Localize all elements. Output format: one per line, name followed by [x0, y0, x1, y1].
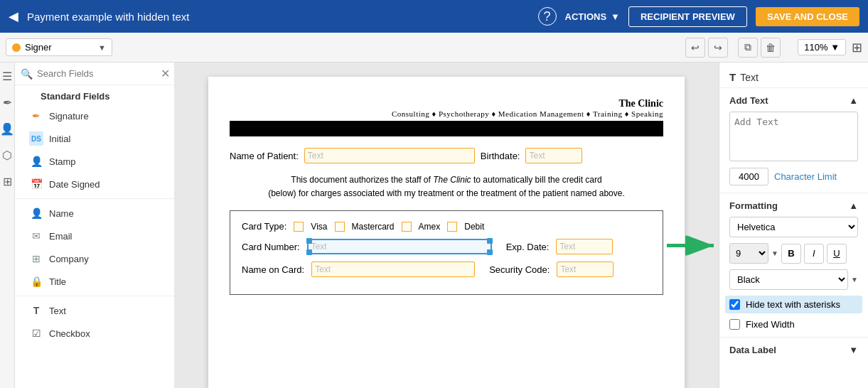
side-fields-icon[interactable]: ☰: [2, 70, 12, 83]
side-sign-icon[interactable]: ✒: [3, 96, 12, 109]
color-arrow-icon: ▼: [851, 276, 858, 284]
green-arrow: [665, 236, 719, 258]
zoom-selector[interactable]: 110% ▼: [798, 39, 846, 55]
main-layout: ☰ ✒ 👤 ⬡ ⊞ 🔍 ✕ Standard Fields ✒ Signatur…: [0, 63, 868, 388]
card-type-label: Card Type:: [242, 221, 286, 232]
color-selector[interactable]: BlackRedBlueGreen: [729, 269, 848, 290]
card-box: Card Type: Visa Mastercard Amex Debit Ca…: [230, 210, 663, 295]
char-limit-input[interactable]: [729, 168, 768, 185]
char-limit-row: Character Limit: [729, 168, 858, 185]
authorization-text: This document authorizes the staff of Th…: [230, 173, 663, 200]
amex-label: Amex: [419, 222, 441, 232]
right-panel: T Text Add Text ▲ Character Limit Format…: [719, 63, 868, 388]
bold-button[interactable]: B: [781, 244, 801, 264]
field-text[interactable]: T Text: [15, 299, 176, 322]
document-area: The Clinic Consulting ♦ Psychotherapy ♦ …: [174, 63, 719, 388]
redo-button[interactable]: ↪: [708, 38, 728, 58]
card-type-row: Card Type: Visa Mastercard Amex Debit: [242, 221, 651, 232]
font-size-arrow-icon: ▼: [771, 249, 778, 257]
signer-chevron-icon: ▼: [98, 43, 106, 52]
fixed-width-label: Fixed Width: [746, 319, 795, 330]
birthdate-field[interactable]: Text: [525, 148, 582, 163]
field-checkbox[interactable]: ☑ Checkbox: [15, 322, 176, 345]
font-selector[interactable]: Helvetica Arial Times New Roman: [729, 217, 858, 237]
help-button[interactable]: ?: [538, 7, 557, 26]
clinic-bar: [230, 121, 663, 136]
exp-date-field[interactable]: Text: [556, 239, 613, 254]
field-email[interactable]: ✉ Email: [15, 225, 176, 247]
fields-list: Standard Fields ✒ Signature DS Initial 👤…: [15, 85, 176, 388]
field-name[interactable]: 👤 Name: [15, 202, 176, 225]
text-type-icon: T: [729, 71, 736, 83]
font-style-row: 9101214 ▼ B I U: [729, 243, 858, 264]
add-text-collapse-icon[interactable]: ▲: [849, 95, 858, 106]
company-label: Company: [49, 254, 89, 264]
formatting-collapse-icon[interactable]: ▲: [849, 200, 858, 211]
title-icon: 🔒: [29, 274, 43, 289]
patient-name-field[interactable]: Text: [304, 148, 475, 163]
actions-button[interactable]: ACTIONS ▼: [565, 11, 620, 22]
field-company[interactable]: ⊞ Company: [15, 247, 176, 270]
patient-row: Name of Patient: Text Birthdate: Text: [230, 148, 663, 163]
hide-text-row: Hide text with asterisks: [725, 296, 862, 313]
copy-button[interactable]: ⧉: [738, 38, 758, 58]
back-button[interactable]: ◀: [9, 9, 18, 24]
title-label: Title: [49, 276, 66, 287]
field-signature[interactable]: ✒ Signature: [15, 104, 176, 127]
visa-checkbox-icon: [294, 222, 304, 232]
date-signed-icon: 📅: [29, 177, 43, 191]
mastercard-checkbox-icon: [335, 222, 345, 232]
signature-label: Signature: [49, 111, 89, 122]
font-size-selector[interactable]: 9101214: [729, 243, 768, 264]
data-label-title: Data Label ▼: [729, 345, 858, 355]
name-label: Name: [49, 208, 74, 219]
side-stamp-icon[interactable]: ⬡: [2, 149, 12, 162]
undo-button[interactable]: ↩: [685, 38, 705, 58]
search-input[interactable]: [37, 68, 156, 79]
right-panel-title: Text: [740, 72, 759, 83]
right-panel-header: T Text: [719, 63, 868, 88]
side-person-icon[interactable]: 👤: [0, 122, 14, 136]
field-title[interactable]: 🔒 Title: [15, 270, 176, 293]
patient-label: Name of Patient:: [230, 151, 299, 161]
signature-icon: ✒: [29, 109, 43, 123]
italic-button[interactable]: I: [804, 244, 824, 264]
text-icon: T: [29, 303, 43, 318]
name-on-card-row: Name on Card: Text Security Code: Text: [242, 262, 651, 277]
stamp-label: Stamp: [49, 156, 76, 167]
stamp-icon: 👤: [29, 154, 43, 168]
document-title: Payment example with hidden text: [27, 11, 530, 23]
field-stamp[interactable]: 👤 Stamp: [15, 150, 176, 173]
fixed-width-checkbox[interactable]: [729, 319, 740, 330]
text-label: Text: [49, 306, 66, 316]
save-close-button[interactable]: SAVE AND CLOSE: [756, 7, 859, 26]
signer-selector[interactable]: Signer ▼: [6, 38, 112, 56]
side-pages-icon[interactable]: ⊞: [3, 175, 12, 188]
date-signed-label: Date Signed: [49, 179, 100, 190]
delete-button[interactable]: 🗑: [761, 38, 781, 58]
recipient-preview-button[interactable]: RECIPIENT PREVIEW: [628, 6, 747, 27]
name-on-card-field[interactable]: Text: [311, 262, 475, 277]
card-number-field[interactable]: Text: [307, 239, 492, 254]
card-number-label: Card Number:: [242, 242, 300, 252]
field-date-signed[interactable]: 📅 Date Signed: [15, 173, 176, 195]
visa-label: Visa: [311, 222, 327, 232]
zoom-arrow-icon: ▼: [830, 42, 840, 53]
security-code-field[interactable]: Text: [557, 262, 614, 277]
security-code-label: Security Code:: [489, 264, 550, 275]
left-panel-wrap: ☰ ✒ 👤 ⬡ ⊞ 🔍 ✕ Standard Fields ✒ Signatur…: [0, 63, 174, 388]
actions-arrow-icon: ▼: [611, 11, 620, 22]
checkbox-label: Checkbox: [49, 328, 90, 339]
hide-text-checkbox[interactable]: [729, 299, 740, 310]
pages-icon[interactable]: ⊞: [852, 41, 862, 55]
underline-button[interactable]: U: [827, 244, 847, 264]
char-limit-label[interactable]: Character Limit: [774, 171, 837, 182]
exp-date-label: Exp. Date:: [506, 242, 550, 252]
debit-checkbox-icon: [447, 222, 457, 232]
search-icon: 🔍: [21, 68, 33, 80]
data-label-expand-icon[interactable]: ▼: [849, 345, 858, 355]
add-text-textarea[interactable]: [729, 112, 858, 161]
field-initial[interactable]: DS Initial: [15, 127, 176, 150]
add-text-section: Add Text ▲ Character Limit: [719, 88, 868, 193]
clear-search-button[interactable]: ✕: [161, 67, 170, 80]
